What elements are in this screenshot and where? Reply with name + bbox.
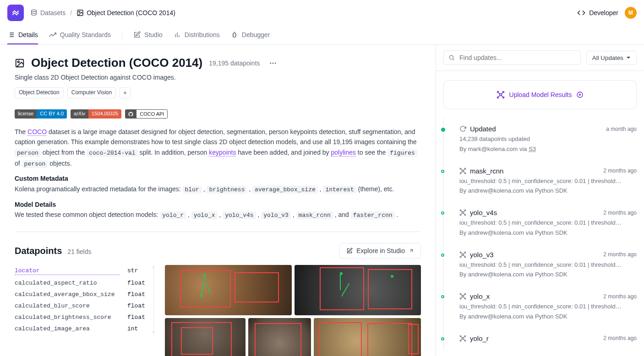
timeline-event[interactable]: mask_rcnn2 months agoiou_threshold: 0.5 … [457,161,637,203]
tag-computer-vision[interactable]: Computer Vision [67,87,116,98]
svg-point-36 [460,168,461,169]
sample-image[interactable] [165,265,292,315]
schema-row: calculated_brightness_scorefloat [15,312,145,323]
image-icon [15,58,25,68]
tab-quality[interactable]: Quality Standards [49,26,111,44]
code-blur: blur [183,186,202,194]
tab-distributions[interactable]: Distributions [174,26,220,44]
svg-point-47 [460,214,461,216]
svg-line-78 [461,339,463,340]
svg-point-15 [270,62,271,64]
avatar-initial: M [628,10,633,16]
plus-circle-icon [576,91,584,98]
network-icon [459,335,466,342]
event-header: mask_rcnn2 months ago [459,167,637,175]
chevron-up-icon [151,265,156,270]
tab-studio[interactable]: Studio [133,26,163,44]
svg-point-38 [460,173,461,174]
timeline-dot [441,337,444,340]
event-source-link[interactable]: S3 [529,146,536,152]
badge-coco-api[interactable]: COCO API [125,109,168,119]
timeline-event[interactable]: Updateda month ago14,238 datapoints upda… [457,119,637,161]
svg-point-14 [17,61,19,63]
badge-license-key: license [15,109,37,119]
timeline-event[interactable]: yolo_v32 months agoiou_threshold: 0.5 | … [457,244,637,286]
developer-link[interactable]: Developer [577,9,618,17]
tabs: Details Quality Standards Studio Distrib… [0,26,644,45]
code-yolor: yolo_r [160,211,186,219]
upload-label: Upload Model Results [509,91,572,98]
field-type: str [127,267,138,275]
svg-line-22 [453,59,454,60]
event-detail: iou_threshold: 0.5 | min_confidence_scor… [459,218,637,227]
link-polylines[interactable]: polylines [331,149,356,156]
field-type: int [127,325,138,332]
event-title: yolo_v3 [470,251,494,259]
link-keypoints[interactable]: keypoints [209,149,236,156]
timeline-event[interactable]: yolo_x2 months agoiou_threshold: 0.5 | m… [457,286,637,328]
tab-details-label: Details [18,31,38,38]
more-button[interactable] [267,57,279,70]
upload-model-button[interactable]: Upload Model Results [443,80,637,109]
schema-row: calculated_aspect_ratiofloat [15,277,145,289]
event-by: By andrew@kolena.com via Python SDK [459,313,637,320]
svg-point-26 [497,97,498,98]
md-and: , and [335,211,351,218]
caret-down-icon [626,55,631,60]
ellipsis-icon [269,59,277,67]
breadcrumb: Datasets / Object Detection (COCO 2014) [30,9,175,16]
image-icon [76,9,84,16]
add-tag-button[interactable] [120,87,131,98]
svg-point-27 [502,97,504,98]
p1-post: dataset is a large image dataset designe… [15,128,417,146]
svg-point-57 [464,256,466,258]
svg-line-79 [464,339,465,340]
sample-image[interactable] [165,318,246,356]
datapoints-heading: Datapoints [15,246,62,256]
event-header: Updateda month ago [459,125,637,133]
svg-point-17 [274,62,276,64]
breadcrumb-current: Object Detection (COCO 2014) [76,9,175,16]
badge-arxiv[interactable]: arXiv 1504.00325 [71,109,121,119]
sample-image[interactable] [295,265,421,315]
barchart-icon [174,31,181,38]
search-input[interactable] [458,54,576,62]
breadcrumb-current-label: Object Detection (COCO 2014) [87,9,175,16]
filter-label: All Updates [592,54,623,61]
explore-studio-button[interactable]: Explore in Studio [339,243,421,259]
tag-object-detection[interactable]: Object Detection [15,87,64,98]
code-yolox: yolo_x [191,211,218,219]
timeline-event[interactable]: yolo_r2 months ago [457,328,637,351]
field-type: float [127,291,145,298]
avatar[interactable]: M [625,7,637,19]
md-pre: We tested these common object detection … [15,211,160,218]
p1-of: of [15,160,22,167]
link-coco[interactable]: COCO [27,128,47,136]
tab-details[interactable]: Details [7,26,38,44]
timeline-event[interactable]: yolo_v4s2 months agoiou_threshold: 0.5 |… [457,202,637,244]
p1-pre: The [15,128,27,135]
svg-point-63 [460,293,461,295]
filter-dropdown[interactable]: All Updates [586,51,637,65]
tab-debugger[interactable]: Debugger [231,26,270,44]
event-when: 2 months ago [603,251,637,258]
app-logo[interactable] [7,5,24,21]
svg-point-45 [460,210,461,211]
schema-edge[interactable] [151,265,154,334]
schema-row: calculated_average_bbox_sizefloat [15,289,145,300]
breadcrumb-root[interactable]: Datasets [30,9,65,16]
event-by: By mark@kolena.com via S3 [459,146,637,152]
svg-line-67 [461,295,463,296]
field-name[interactable]: locator [15,267,120,275]
svg-point-72 [460,335,461,337]
sample-image[interactable] [248,318,311,356]
list-icon [7,31,15,38]
event-detail: iou_threshold: 0.5 | min_confidence_scor… [459,260,637,270]
badge-license[interactable]: license CC BY 4.0 [15,109,67,119]
network-icon [459,251,466,258]
topbar: Datasets / Object Detection (COCO 2014) … [0,0,644,26]
badge-arxiv-key: arXiv [71,109,88,119]
sample-image[interactable] [314,318,421,356]
event-by: By andrew@kolena.com via Python SDK [459,187,637,194]
search-box[interactable] [443,50,581,65]
